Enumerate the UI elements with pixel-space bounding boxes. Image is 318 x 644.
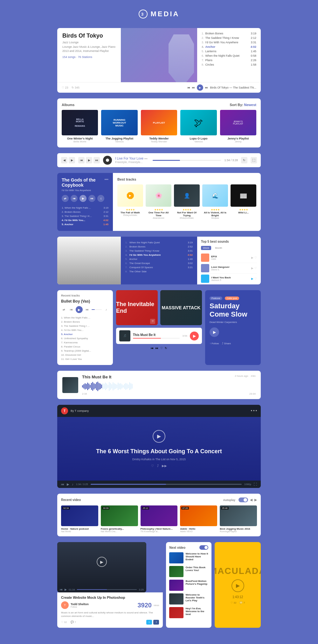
forward-button[interactable]: ▶ [69, 157, 75, 163]
facebook-btn[interactable]: f [153, 620, 159, 625]
track-item[interactable]: 1.Broken Bones3:19 [202, 31, 256, 36]
fullscreen-btn[interactable]: ⛶ [254, 483, 257, 486]
play-button[interactable]: ▶ [197, 84, 203, 91]
track-item[interactable]: 9. Teardrop (2006 Digital... [61, 349, 109, 353]
rewind-btn[interactable]: ⏭ [192, 86, 195, 89]
prev-btn[interactable]: ⏮ [71, 195, 78, 202]
prev-track[interactable]: ⏮ [78, 157, 85, 163]
album-item[interactable]: 🕊 Lupu O Lupo Various [180, 110, 217, 143]
next-video-item[interactable]: Welcome to Rooster Teeth's Let's Play [169, 593, 208, 605]
fullscreen-btn[interactable]: ⛶ [251, 157, 257, 163]
track-row[interactable]: 6. The Great Escape3:02 [125, 261, 193, 265]
sort-control[interactable]: Sort By: Newest [230, 103, 256, 107]
album-2[interactable]: MASSIVE ATTACK [160, 290, 202, 325]
album-item[interactable]: BELLAMORTEREMAINS One Winter's Night Bel… [62, 110, 98, 143]
video-play-btn[interactable]: ▶ [153, 430, 165, 443]
volume-btn[interactable]: ♫ [97, 195, 104, 202]
waveform-visual[interactable] [82, 381, 256, 392]
video-thumb-item[interactable]: 30:08 Foxes genetically... Nat World Cha… [101, 505, 138, 533]
next-btn[interactable]: ⏭ [84, 307, 90, 312]
track-item[interactable]: 1. When the Night Falls ...3:19 [62, 206, 108, 210]
track-item[interactable]: 10. Dissolved Girl [61, 353, 109, 357]
prev-page-btn[interactable]: ◀ [250, 498, 252, 502]
progress-bar[interactable] [92, 309, 102, 310]
track-item-active[interactable]: 4.Anchor4:02 [202, 45, 256, 49]
pause-btn[interactable]: ▶ [65, 588, 67, 591]
best-track-item[interactable]: ▶ 🌼 ★★★★ The Fall of Math 65daysofstatic [117, 184, 143, 219]
play-pause-btn[interactable]: ▶ [67, 483, 69, 486]
track-row[interactable]: 5. Anchor1:40 [125, 257, 193, 261]
prev-btn[interactable]: ⏮ [68, 307, 74, 312]
next-video-item[interactable]: BuzzFeed Motion Picture's Flagship [169, 580, 208, 591]
next-video-item[interactable]: Welcome to How It Should Have Ended [169, 552, 208, 563]
track-item[interactable]: 7. Karmacoma [61, 340, 109, 345]
album-item[interactable]: JENNY'SPLAYLIST Jenny's Playlist Jenny [220, 110, 256, 143]
share-btn[interactable]: ⤴ Share [222, 342, 231, 345]
video-thumb-item[interactable]: 05:46 Best Jogging Music 2016 Running&Pl… [220, 505, 257, 533]
next-btn[interactable]: ⏭ [88, 195, 95, 202]
ctrl-btn[interactable]: ⏮ [151, 347, 154, 350]
next-video-toggle[interactable] [199, 545, 208, 550]
track-row[interactable]: 2. Broken Bones2:52 [125, 245, 193, 249]
tab-week[interactable]: Week [201, 246, 211, 250]
track-row[interactable]: 8. The Other Side [125, 269, 193, 274]
track-item[interactable]: 5.Lanterns1:45 [202, 49, 256, 54]
follow-btn[interactable]: ↑ Follow [210, 342, 219, 345]
video-thumb-item[interactable]: 92:34 Home · Nature podcast Nat World [61, 505, 98, 533]
track-item-active[interactable]: 4. I'd Go With You...4:02 [62, 218, 108, 222]
track-item[interactable]: 2. Broken Bones [61, 320, 109, 324]
play-icon[interactable]: ⏮ [60, 588, 63, 591]
video-progress[interactable] [77, 589, 137, 590]
skip-btn[interactable]: ⏭ [205, 86, 208, 89]
track-row[interactable]: 7. Conquest Of Spaces3:21 [125, 265, 193, 269]
track-row[interactable]: 1. When the Night Falls Quiet3:19 [125, 240, 193, 245]
play-btn[interactable]: ▶ [80, 195, 86, 202]
back-button[interactable]: ◀ [61, 157, 67, 163]
tab-month[interactable]: Month [213, 246, 224, 250]
heart-icon[interactable]: ♡ [254, 256, 257, 259]
follow-link[interactable]: 154 songs · 76 Stations [62, 55, 92, 59]
track-row-active[interactable]: 4. I'd Go With You Anywhere4:02 [125, 253, 193, 257]
more-options-btn[interactable]: • • • [251, 409, 257, 413]
play-btn[interactable]: ▶ [97, 557, 107, 567]
track-item[interactable]: 8. Parallel Circus [61, 345, 109, 349]
genre-tag-2[interactable]: Celtic post [225, 297, 239, 300]
play-pause[interactable]: ▶ [86, 157, 92, 163]
play-icon[interactable]: ▶ [251, 267, 253, 270]
autoplay-toggle[interactable] [238, 497, 248, 502]
track-item[interactable]: 6. Unfinished Sympathy [61, 336, 109, 340]
track-item-active[interactable]: 5. Anchor [61, 332, 109, 336]
np-progress[interactable] [133, 338, 180, 339]
maculada-play-btn[interactable]: ▶ [232, 579, 244, 592]
share-btn[interactable]: ⤴ [157, 464, 159, 468]
video-progress[interactable] [91, 484, 242, 485]
saturday-play-btn[interactable]: ▶ [210, 327, 219, 337]
heart-icon[interactable]: ♡ [254, 267, 257, 270]
video-thumb-item[interactable]: 25:12 Philosophy | Next Nature... TN Kno… [141, 505, 178, 533]
video-thumb-item[interactable]: 07:26 Adele · Hello Adele VEVO [180, 505, 217, 533]
album-1[interactable]: The Inevitable End ♡ [116, 290, 158, 325]
track-item[interactable]: 11. Girl I Love You [61, 357, 109, 361]
track-item[interactable]: 2.The Saddest Thing I Know2:12 [202, 36, 256, 40]
like-btn[interactable]: ♡ [150, 319, 155, 324]
genre-tag-1[interactable]: Postcore [210, 297, 222, 300]
track-row[interactable]: 3. The Saddest Thing I Know3:31 [125, 249, 193, 253]
quality-badge[interactable]: 1080p [244, 483, 251, 486]
prev-btn[interactable]: ⏮ [187, 86, 190, 89]
play-icon[interactable]: ▶ [251, 277, 253, 280]
track-item[interactable]: 7.Plans2:26 [202, 58, 256, 62]
album-item[interactable]: RUNNINGWORKOUTMUSIC The Jogging Playlist… [101, 110, 137, 143]
next-video-item[interactable]: Hey! I'm Eva. Welcome to the beat [169, 607, 208, 618]
best-track-item[interactable]: 🌸 ★★★★ One Time For All Time Abandoned [146, 184, 171, 219]
play-icon[interactable]: ⏮ [61, 483, 64, 486]
more-icon[interactable]: ••• [104, 177, 108, 182]
best-track-item[interactable]: 👤 ★★★★ Not For Want Of Trying 65daysofst… [174, 184, 200, 219]
track-item[interactable]: 3. The Saddest Thing I ... [61, 324, 109, 328]
progress-bar[interactable] [153, 160, 221, 161]
track-item[interactable]: 3.I'd Go With You Anywhere3:31 [202, 40, 256, 45]
volume-btn[interactable]: ♪ [72, 483, 73, 486]
next-page-btn[interactable]: ▶ [254, 498, 257, 502]
track-item[interactable]: 6.When the Night Falls Quiet0:58 [202, 54, 256, 58]
shuffle-btn[interactable]: ⇄ [61, 307, 67, 312]
track-item[interactable]: 3. The Saddest Thing I K...3:31 [62, 214, 108, 218]
